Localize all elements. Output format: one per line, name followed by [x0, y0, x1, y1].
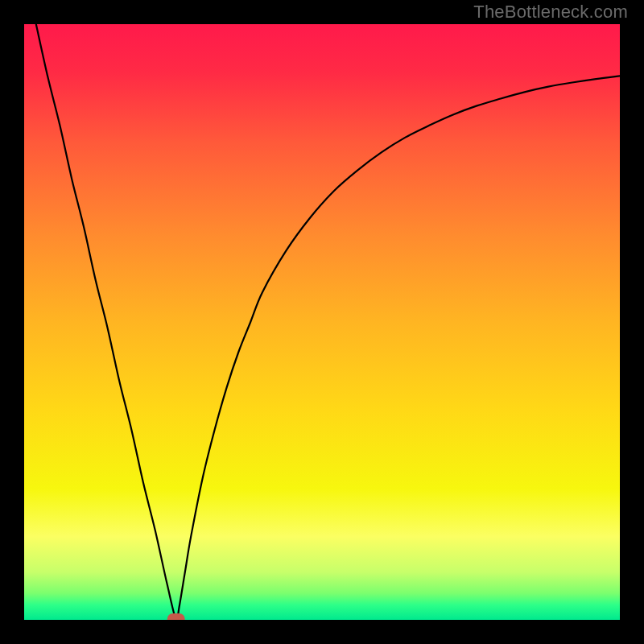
gradient-background: [24, 24, 620, 620]
optimal-marker: [167, 613, 185, 620]
chart-frame: TheBottleneck.com: [0, 0, 644, 644]
watermark-text: TheBottleneck.com: [473, 2, 628, 23]
plot-area: [24, 24, 620, 620]
plot-svg: [24, 24, 620, 620]
